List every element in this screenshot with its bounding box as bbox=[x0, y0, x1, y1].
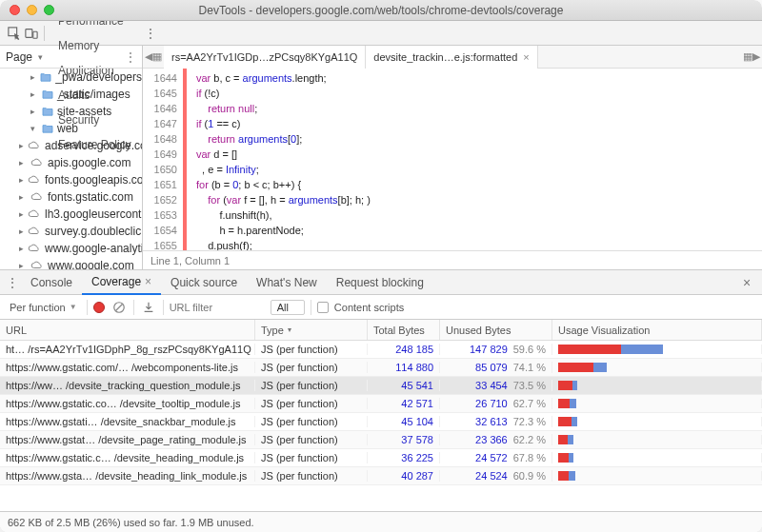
tree-item[interactable]: ▸survey.g.doubleclick bbox=[0, 223, 142, 240]
coverage-granularity-label: Per function bbox=[10, 302, 66, 313]
editor-tab[interactable]: devsite_trackin…e.js:formatted× bbox=[366, 46, 537, 69]
editor-tab[interactable]: rs=AA2YrTv1IGDp…zPCsqy8KYgA11Q bbox=[164, 46, 366, 69]
cell-unused: 26 71062.7 % bbox=[440, 398, 552, 409]
cloud-icon bbox=[30, 261, 44, 269]
url-filter-input[interactable] bbox=[170, 302, 265, 313]
drawer-tab-quick-source[interactable]: Quick source bbox=[161, 270, 247, 295]
tree-item[interactable]: ▸apis.google.com bbox=[0, 154, 142, 171]
content-scripts-checkbox[interactable] bbox=[317, 302, 329, 313]
drawer-tab-coverage[interactable]: Coverage× bbox=[82, 270, 161, 295]
cloud-icon bbox=[30, 158, 44, 167]
tree-item[interactable]: ▸fonts.googleapis.co bbox=[0, 171, 142, 188]
table-row[interactable]: ht… /rs=AA2YrTv1IGDphP_8g_rszPCsqy8KYgA1… bbox=[0, 341, 762, 359]
tree-item-label: _static/images bbox=[57, 88, 130, 101]
col-viz[interactable]: Usage Visualization bbox=[552, 320, 762, 340]
cloud-icon bbox=[28, 227, 41, 236]
coverage-table[interactable]: URL Type Total Bytes Unused Bytes Usage … bbox=[0, 320, 762, 511]
table-row[interactable]: https://www.gstatic.co… /devsite_tooltip… bbox=[0, 395, 762, 413]
cell-unused: 85 07974.1 % bbox=[440, 362, 552, 373]
drawer-tab-what-s-new[interactable]: What's New bbox=[247, 270, 327, 295]
clear-button[interactable] bbox=[110, 299, 128, 316]
line-gutter: 1644 1645 1646 1647 1648 1649 1650 1651 … bbox=[143, 69, 187, 250]
cell-total: 114 880 bbox=[368, 362, 440, 373]
folder-icon bbox=[40, 72, 51, 82]
inspect-element-icon[interactable] bbox=[6, 25, 23, 42]
cloud-icon bbox=[28, 141, 41, 150]
drawer-menu-icon[interactable]: ⋮ bbox=[4, 275, 21, 290]
tree-item[interactable]: ▸www.google-analytic bbox=[0, 240, 142, 257]
cell-viz bbox=[552, 363, 762, 372]
cell-total: 248 185 bbox=[368, 344, 440, 355]
navigator-selector[interactable]: Page ▾ ⋮ bbox=[0, 46, 142, 69]
drawer-tab-label: Console bbox=[30, 276, 72, 289]
cell-viz bbox=[552, 399, 762, 408]
drawer: ⋮ ConsoleCoverage×Quick sourceWhat's New… bbox=[0, 270, 762, 532]
cell-unused: 24 57267.8 % bbox=[440, 452, 552, 463]
col-total[interactable]: Total Bytes bbox=[368, 320, 440, 340]
tree-item[interactable]: ▸fonts.gstatic.com bbox=[0, 188, 142, 206]
disclosure-icon: ▾ bbox=[30, 124, 38, 133]
coverage-granularity-select[interactable]: Per function ▼ bbox=[6, 302, 81, 313]
cell-unused: 24 52460.9 % bbox=[440, 470, 552, 482]
disclosure-icon: ▸ bbox=[19, 175, 24, 185]
tree-item[interactable]: ▾web bbox=[0, 120, 142, 137]
drawer-tab-console[interactable]: Console bbox=[21, 270, 82, 295]
type-filter-select[interactable]: All bbox=[271, 300, 305, 315]
close-tab-icon[interactable]: × bbox=[145, 275, 151, 288]
code-editor[interactable]: 1644 1645 1646 1647 1648 1649 1650 1651 … bbox=[143, 69, 762, 250]
code-body[interactable]: var b, c = arguments.length; if (!c) ret… bbox=[187, 69, 762, 250]
cell-total: 40 287 bbox=[368, 470, 440, 482]
svg-rect-1 bbox=[26, 29, 32, 37]
table-row[interactable]: https://www.gstati… /devsite_snackbar_mo… bbox=[0, 413, 762, 431]
file-tree[interactable]: ▸_pwa/developers▸_static/images▸site-ass… bbox=[0, 69, 142, 269]
drawer-tab-label: Request blocking bbox=[336, 276, 424, 289]
editor-tab-label: devsite_trackin…e.js:formatted bbox=[373, 51, 517, 63]
col-unused[interactable]: Unused Bytes bbox=[440, 320, 552, 340]
cell-url: ht… /rs=AA2YrTv1IGDphP_8g_rszPCsqy8KYgA1… bbox=[0, 344, 255, 355]
cell-type: JS (per function) bbox=[255, 434, 368, 445]
svg-line-4 bbox=[115, 304, 122, 310]
tree-item[interactable]: ▸www.google.com bbox=[0, 257, 142, 269]
close-drawer-icon[interactable]: × bbox=[735, 275, 758, 290]
table-row[interactable]: https://www.gstatic.c… /devsite_heading_… bbox=[0, 449, 762, 467]
close-tab-icon[interactable]: × bbox=[523, 51, 529, 63]
tree-item-label: apis.google.com bbox=[48, 156, 130, 169]
cell-viz bbox=[552, 417, 762, 426]
record-button[interactable] bbox=[93, 302, 105, 313]
show-navigator-icon[interactable]: ◀▦ bbox=[143, 50, 164, 63]
tree-item[interactable]: ▸_pwa/developers bbox=[0, 69, 142, 86]
titlebar: DevTools - developers.google.com/web/too… bbox=[0, 0, 762, 21]
tree-item-label: web bbox=[57, 122, 78, 135]
svg-rect-2 bbox=[33, 31, 37, 38]
col-url[interactable]: URL bbox=[0, 320, 255, 340]
more-tools-icon[interactable]: ⋮ bbox=[141, 26, 160, 41]
tree-item-label: site-assets bbox=[57, 105, 111, 118]
cell-viz bbox=[552, 471, 762, 481]
drawer-tab-request-blocking[interactable]: Request blocking bbox=[327, 270, 433, 295]
drawer-tab-label: Quick source bbox=[170, 276, 237, 289]
tree-item[interactable]: ▸adservice.google.co bbox=[0, 137, 142, 154]
tree-item[interactable]: ▸site-assets bbox=[0, 103, 142, 120]
cell-type: JS (per function) bbox=[255, 452, 368, 463]
cell-unused: 23 36662.2 % bbox=[440, 434, 552, 445]
table-row[interactable]: https://www.gsta… /devsite_heading_link_… bbox=[0, 467, 762, 485]
editor-status: Line 1, Column 1 bbox=[143, 250, 762, 269]
col-type[interactable]: Type bbox=[255, 320, 368, 340]
navigator-sidebar: Page ▾ ⋮ ▸_pwa/developers▸_static/images… bbox=[0, 46, 143, 269]
device-toolbar-icon[interactable] bbox=[23, 25, 40, 42]
export-button[interactable] bbox=[140, 299, 157, 316]
tree-item-label: _pwa/developers bbox=[55, 70, 142, 84]
cell-total: 36 225 bbox=[368, 452, 440, 463]
show-debugger-icon[interactable]: ▦▶ bbox=[741, 50, 762, 63]
table-row[interactable]: https://ww… /devsite_tracking_question_m… bbox=[0, 377, 762, 395]
table-row[interactable]: https://www.gstat… /devsite_page_rating_… bbox=[0, 431, 762, 449]
tree-item-label: adservice.google.co bbox=[45, 139, 142, 152]
type-filter-label: All bbox=[277, 302, 289, 313]
chevron-down-icon: ▾ bbox=[38, 52, 43, 62]
tree-item[interactable]: ▸_static/images bbox=[0, 86, 142, 103]
table-header: URL Type Total Bytes Unused Bytes Usage … bbox=[0, 320, 762, 341]
tree-item[interactable]: ▸lh3.googleuserconte bbox=[0, 206, 142, 223]
cell-type: JS (per function) bbox=[255, 344, 368, 355]
more-options-icon[interactable]: ⋮ bbox=[125, 50, 136, 64]
table-row[interactable]: https://www.gstatic.com/… /webcomponents… bbox=[0, 359, 762, 377]
